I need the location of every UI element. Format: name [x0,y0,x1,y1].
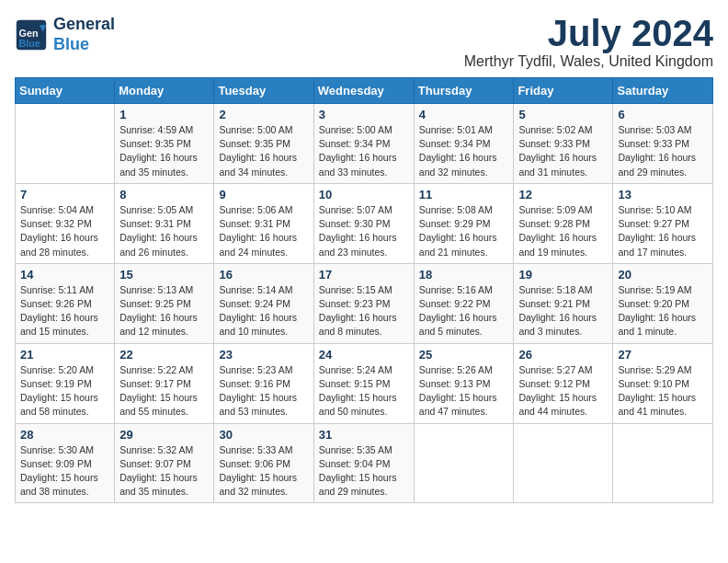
day-detail: Sunrise: 5:01 AM Sunset: 9:34 PM Dayligh… [419,123,509,179]
day-detail: Sunrise: 5:09 AM Sunset: 9:28 PM Dayligh… [518,203,608,259]
day-number: 4 [419,108,509,121]
day-number: 9 [219,188,308,201]
day-number: 7 [20,188,109,201]
day-detail: Sunrise: 5:35 AM Sunset: 9:04 PM Dayligh… [319,443,409,500]
week-row-3: 14Sunrise: 5:11 AM Sunset: 9:26 PM Dayli… [16,263,713,343]
day-cell: 6Sunrise: 5:03 AM Sunset: 9:33 PM Daylig… [613,104,713,184]
day-cell: 18Sunrise: 5:16 AM Sunset: 9:22 PM Dayli… [414,263,514,343]
month-title: July 2024 [464,15,713,52]
day-detail: Sunrise: 5:20 AM Sunset: 9:19 PM Dayligh… [20,363,109,419]
week-row-4: 21Sunrise: 5:20 AM Sunset: 9:19 PM Dayli… [16,343,713,423]
day-detail: Sunrise: 5:23 AM Sunset: 9:16 PM Dayligh… [219,363,308,419]
day-cell: 26Sunrise: 5:27 AM Sunset: 9:12 PM Dayli… [514,343,613,423]
day-cell [514,423,613,503]
day-detail: Sunrise: 4:59 AM Sunset: 9:35 PM Dayligh… [119,123,209,179]
col-header-sunday: Sunday [16,78,115,104]
day-detail: Sunrise: 5:22 AM Sunset: 9:17 PM Dayligh… [119,363,209,419]
day-detail: Sunrise: 5:32 AM Sunset: 9:07 PM Dayligh… [119,443,209,500]
day-detail: Sunrise: 5:02 AM Sunset: 9:33 PM Dayligh… [518,123,608,179]
day-number: 16 [219,268,308,282]
day-number: 11 [419,188,509,201]
day-cell: 12Sunrise: 5:09 AM Sunset: 9:28 PM Dayli… [514,183,613,263]
day-number: 17 [319,268,409,282]
day-cell: 3Sunrise: 5:00 AM Sunset: 9:34 PM Daylig… [313,104,414,184]
day-number: 2 [219,108,308,121]
col-header-saturday: Saturday [613,78,713,104]
day-cell: 19Sunrise: 5:18 AM Sunset: 9:21 PM Dayli… [514,263,613,343]
day-detail: Sunrise: 5:00 AM Sunset: 9:35 PM Dayligh… [219,123,308,179]
day-detail: Sunrise: 5:16 AM Sunset: 9:22 PM Dayligh… [419,283,509,339]
day-number: 1 [119,108,209,121]
day-cell: 15Sunrise: 5:13 AM Sunset: 9:25 PM Dayli… [115,263,214,343]
day-cell: 24Sunrise: 5:24 AM Sunset: 9:15 PM Dayli… [313,343,414,423]
logo-general: General [53,15,115,33]
day-cell: 1Sunrise: 4:59 AM Sunset: 9:35 PM Daylig… [115,104,214,184]
day-detail: Sunrise: 5:03 AM Sunset: 9:33 PM Dayligh… [618,123,708,179]
day-detail: Sunrise: 5:00 AM Sunset: 9:34 PM Dayligh… [319,123,409,179]
day-cell: 5Sunrise: 5:02 AM Sunset: 9:33 PM Daylig… [514,104,613,184]
day-cell: 13Sunrise: 5:10 AM Sunset: 9:27 PM Dayli… [613,183,713,263]
week-row-5: 28Sunrise: 5:30 AM Sunset: 9:09 PM Dayli… [16,423,713,503]
page-header: Gen Blue General Blue July 2024 Merthyr … [15,15,713,70]
day-cell: 16Sunrise: 5:14 AM Sunset: 9:24 PM Dayli… [214,263,313,343]
day-number: 26 [518,348,608,362]
day-number: 23 [219,348,308,362]
day-detail: Sunrise: 5:06 AM Sunset: 9:31 PM Dayligh… [219,203,308,259]
day-detail: Sunrise: 5:19 AM Sunset: 9:20 PM Dayligh… [618,283,708,339]
title-block: July 2024 Merthyr Tydfil, Wales, United … [464,15,713,70]
day-detail: Sunrise: 5:30 AM Sunset: 9:09 PM Dayligh… [20,443,109,500]
day-number: 18 [419,268,509,282]
day-cell: 2Sunrise: 5:00 AM Sunset: 9:35 PM Daylig… [214,104,313,184]
col-header-wednesday: Wednesday [313,78,414,104]
day-number: 6 [618,108,708,121]
day-cell: 9Sunrise: 5:06 AM Sunset: 9:31 PM Daylig… [214,183,313,263]
day-number: 30 [219,428,308,442]
day-detail: Sunrise: 5:07 AM Sunset: 9:30 PM Dayligh… [319,203,409,259]
day-number: 8 [119,188,209,201]
day-number: 24 [319,348,409,362]
day-number: 28 [20,428,109,442]
calendar-table: SundayMondayTuesdayWednesdayThursdayFrid… [15,77,713,503]
day-cell: 31Sunrise: 5:35 AM Sunset: 9:04 PM Dayli… [313,423,414,503]
day-number: 22 [119,348,209,362]
week-row-1: 1Sunrise: 4:59 AM Sunset: 9:35 PM Daylig… [16,104,713,184]
day-cell: 8Sunrise: 5:05 AM Sunset: 9:31 PM Daylig… [115,183,214,263]
day-detail: Sunrise: 5:29 AM Sunset: 9:10 PM Dayligh… [618,363,708,419]
day-number: 12 [518,188,608,201]
day-detail: Sunrise: 5:08 AM Sunset: 9:29 PM Dayligh… [419,203,509,259]
day-cell: 14Sunrise: 5:11 AM Sunset: 9:26 PM Dayli… [16,263,115,343]
col-header-monday: Monday [115,78,214,104]
day-cell: 20Sunrise: 5:19 AM Sunset: 9:20 PM Dayli… [613,263,713,343]
header-row: SundayMondayTuesdayWednesdayThursdayFrid… [16,78,713,104]
day-detail: Sunrise: 5:04 AM Sunset: 9:32 PM Dayligh… [20,203,109,259]
location-text: Merthyr Tydfil, Wales, United Kingdom [464,53,713,70]
day-cell [613,423,713,503]
day-number: 31 [319,428,409,442]
day-number: 19 [518,268,608,282]
day-number: 29 [119,428,209,442]
day-cell: 28Sunrise: 5:30 AM Sunset: 9:09 PM Dayli… [16,423,115,503]
day-cell: 22Sunrise: 5:22 AM Sunset: 9:17 PM Dayli… [115,343,214,423]
day-cell: 30Sunrise: 5:33 AM Sunset: 9:06 PM Dayli… [214,423,313,503]
day-detail: Sunrise: 5:05 AM Sunset: 9:31 PM Dayligh… [119,203,209,259]
week-row-2: 7Sunrise: 5:04 AM Sunset: 9:32 PM Daylig… [16,183,713,263]
day-detail: Sunrise: 5:13 AM Sunset: 9:25 PM Dayligh… [119,283,209,339]
day-cell: 25Sunrise: 5:26 AM Sunset: 9:13 PM Dayli… [414,343,514,423]
logo-blue: Blue [53,35,89,53]
day-number: 27 [618,348,708,362]
day-detail: Sunrise: 5:10 AM Sunset: 9:27 PM Dayligh… [618,203,708,259]
day-detail: Sunrise: 5:24 AM Sunset: 9:15 PM Dayligh… [319,363,409,419]
day-cell [16,104,115,184]
logo-text: General Blue [53,15,115,54]
col-header-friday: Friday [514,78,613,104]
day-number: 14 [20,268,109,282]
day-number: 13 [618,188,708,201]
day-number: 10 [319,188,409,201]
logo: Gen Blue General Blue [15,15,115,54]
svg-text:Blue: Blue [19,37,40,48]
day-cell: 23Sunrise: 5:23 AM Sunset: 9:16 PM Dayli… [214,343,313,423]
day-cell: 17Sunrise: 5:15 AM Sunset: 9:23 PM Dayli… [313,263,414,343]
day-cell [414,423,514,503]
day-detail: Sunrise: 5:33 AM Sunset: 9:06 PM Dayligh… [219,443,308,500]
day-detail: Sunrise: 5:27 AM Sunset: 9:12 PM Dayligh… [518,363,608,419]
